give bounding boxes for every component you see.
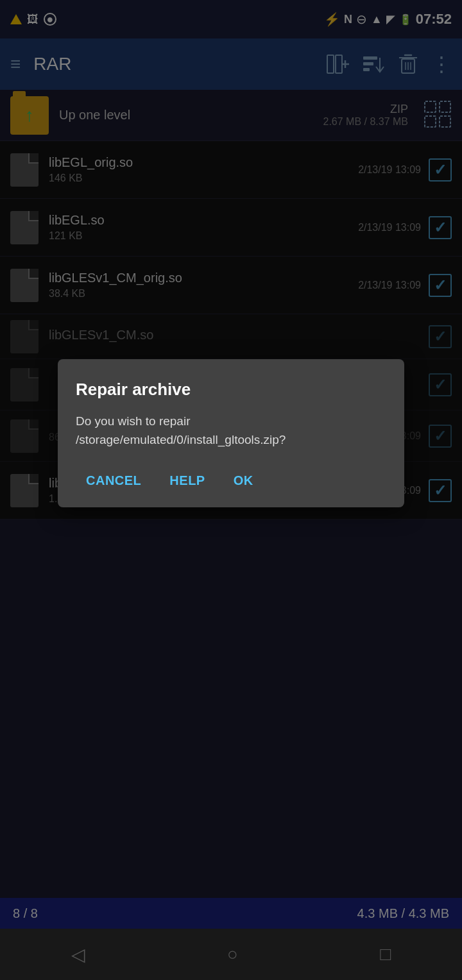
ok-button[interactable]: OK [223,467,264,494]
help-button[interactable]: HELP [159,467,215,494]
dialog-buttons: CANCEL HELP OK [76,467,386,494]
dialog-title: Repair archive [76,380,386,400]
repair-archive-dialog: Repair archive Do you wish to repair /st… [58,359,404,507]
dialog-message: Do you wish to repair /storage/emulated/… [76,412,386,449]
cancel-button[interactable]: CANCEL [76,467,151,494]
